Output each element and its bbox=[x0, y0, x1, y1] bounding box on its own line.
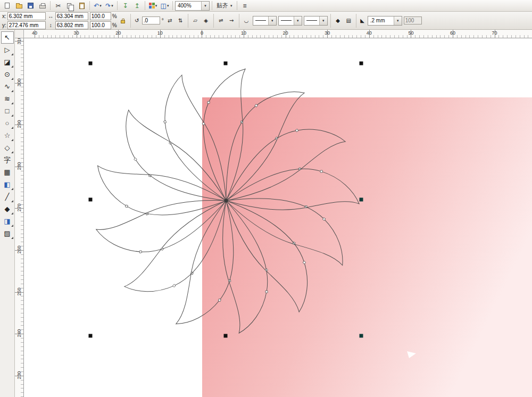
curve-node[interactable] bbox=[207, 101, 210, 103]
open-button[interactable] bbox=[13, 1, 24, 11]
freehand-tool[interactable]: ∿ bbox=[1, 80, 14, 93]
curve-node[interactable] bbox=[320, 170, 322, 172]
convert-to-curve-button[interactable]: ▱ bbox=[191, 16, 200, 25]
vertical-ruler[interactable]: 310300290280270260250240230 bbox=[15, 38, 24, 397]
object-height-input[interactable] bbox=[55, 21, 88, 29]
curve-node[interactable] bbox=[218, 299, 221, 301]
line-style-combo[interactable]: ▾ bbox=[278, 16, 302, 26]
zoom-tool-icon: ⊙ bbox=[4, 70, 10, 78]
copy-button[interactable] bbox=[64, 1, 76, 11]
arrowhead-start-caret-icon[interactable]: ▾ bbox=[268, 16, 276, 25]
lock-ratio-button[interactable] bbox=[119, 13, 128, 29]
mesh-fill-tool[interactable]: ▨ bbox=[1, 227, 14, 239]
arrowhead-start-combo[interactable]: ▾ bbox=[253, 16, 277, 26]
x-position-input[interactable] bbox=[7, 12, 46, 20]
mirror-horizontal-button[interactable]: ⇄ bbox=[165, 16, 174, 25]
ruler-corner[interactable] bbox=[15, 30, 24, 38]
zoom-level-combo[interactable]: 400% ▾ bbox=[175, 1, 210, 11]
save-button[interactable] bbox=[25, 1, 36, 11]
snap-to-button[interactable]: 贴齐 ▾ bbox=[214, 1, 235, 11]
selection-handle-bottom-left[interactable] bbox=[89, 334, 93, 338]
interactive-fill-tool[interactable]: ◨ bbox=[1, 215, 14, 227]
selection-handle-top-right[interactable] bbox=[360, 62, 363, 65]
eyedropper-tool[interactable]: ╱ bbox=[1, 191, 14, 203]
drawing-surface[interactable] bbox=[24, 38, 532, 397]
options-button[interactable]: ≡ bbox=[239, 1, 251, 11]
zoom-caret-icon[interactable]: ▾ bbox=[201, 2, 209, 10]
rectangle-tool[interactable]: □ bbox=[1, 105, 14, 117]
outline-width-combo[interactable]: .2 mm ▾ bbox=[368, 16, 402, 26]
polygon-tool[interactable]: ☆ bbox=[1, 129, 14, 142]
curve-node[interactable] bbox=[265, 291, 268, 293]
crop-tool[interactable]: ◪ bbox=[1, 56, 14, 68]
basic-shapes-tool[interactable]: ◇ bbox=[1, 142, 14, 154]
artistic-media-tool[interactable]: ≋ bbox=[1, 93, 14, 105]
undo-button[interactable]: ↶▾ bbox=[92, 1, 103, 11]
curve-node[interactable] bbox=[202, 122, 205, 125]
fill-tool[interactable]: ◧ bbox=[1, 178, 14, 191]
import-button[interactable]: ↧ bbox=[120, 1, 131, 11]
vruler-number: 230 bbox=[16, 371, 22, 379]
outline-dialog-button[interactable]: ◆ bbox=[334, 16, 343, 25]
scale-x-input[interactable] bbox=[90, 12, 111, 20]
outline-pen-tool[interactable]: ◆ bbox=[1, 203, 14, 215]
outline-dialog-icon: ◆ bbox=[336, 18, 340, 23]
welcome-screen-button[interactable]: ◫▾ bbox=[159, 1, 170, 11]
line-style-caret-icon[interactable]: ▾ bbox=[294, 16, 302, 25]
horizontal-ruler[interactable]: 40302010010203040506070 bbox=[24, 30, 532, 38]
redo-button[interactable]: ↷▾ bbox=[104, 1, 115, 11]
curve-node[interactable] bbox=[172, 284, 176, 287]
wrap-text-button[interactable]: ▤ bbox=[344, 16, 353, 25]
welcome-caret-icon: ▾ bbox=[167, 4, 169, 8]
eyedropper-tool-icon: ╱ bbox=[5, 193, 10, 201]
print-button[interactable] bbox=[37, 1, 48, 11]
flower-center-node[interactable] bbox=[225, 199, 228, 203]
selection-handle-bottom-right[interactable] bbox=[360, 334, 363, 338]
scale-y-input[interactable] bbox=[90, 21, 111, 29]
propbar-separator bbox=[239, 14, 239, 28]
curve-node[interactable] bbox=[164, 120, 167, 123]
object-width-input[interactable] bbox=[55, 12, 88, 20]
curve-node[interactable] bbox=[139, 251, 142, 253]
reverse-direction-button[interactable]: ⇌ bbox=[217, 16, 226, 25]
pick-tool[interactable]: ↖ bbox=[1, 31, 14, 44]
new-button[interactable] bbox=[2, 1, 13, 11]
hruler-number: 20 bbox=[115, 30, 121, 36]
y-position-input[interactable] bbox=[7, 21, 46, 29]
smooth-curve-button[interactable]: ⇝ bbox=[227, 16, 236, 25]
hruler-number: 30 bbox=[74, 30, 79, 36]
selection-handle-middle-left[interactable] bbox=[89, 198, 93, 202]
mirror-vertical-button[interactable]: ⇅ bbox=[176, 16, 185, 25]
arrowhead-end-combo[interactable]: ▾ bbox=[304, 16, 328, 26]
curve-node[interactable] bbox=[134, 158, 137, 161]
undo-caret-icon[interactable]: ▾ bbox=[99, 4, 102, 8]
percent-label: % bbox=[112, 13, 117, 19]
ellipse-tool[interactable]: ○ bbox=[1, 117, 14, 129]
launcher-caret-icon: ▾ bbox=[155, 4, 157, 8]
selection-handle-middle-right[interactable] bbox=[360, 198, 363, 202]
pink-rectangle[interactable] bbox=[202, 97, 532, 397]
export-button[interactable]: ↥ bbox=[131, 1, 143, 11]
object-width-icon: ↔ bbox=[47, 13, 54, 19]
selection-handle-top-center[interactable] bbox=[224, 62, 228, 65]
selection-handle-top-left[interactable] bbox=[89, 62, 93, 65]
arrowhead-end-caret-icon[interactable]: ▾ bbox=[319, 16, 327, 25]
table-tool[interactable]: ▦ bbox=[1, 166, 14, 178]
outline-width-caret-icon[interactable]: ▾ bbox=[394, 16, 402, 25]
application-launcher-button[interactable]: ▾ bbox=[147, 1, 159, 11]
rotation-angle-input[interactable] bbox=[142, 16, 160, 24]
selection-handle-bottom-center[interactable] bbox=[224, 334, 228, 338]
redo-caret-icon[interactable]: ▾ bbox=[111, 4, 113, 8]
export-icon: ↥ bbox=[134, 2, 139, 10]
close-curve-button[interactable]: ◡ bbox=[242, 16, 251, 25]
transparency-input[interactable] bbox=[404, 16, 422, 24]
drawing-canvas[interactable] bbox=[24, 38, 532, 397]
paste-button[interactable] bbox=[76, 1, 87, 11]
combine-button[interactable]: ◈ bbox=[202, 16, 211, 25]
shape-tool[interactable]: ▷ bbox=[1, 44, 14, 56]
zoom-tool[interactable]: ⊙ bbox=[1, 68, 14, 80]
curve-node[interactable] bbox=[126, 205, 128, 208]
text-tool[interactable]: 字 bbox=[1, 154, 14, 166]
vruler-number: 260 bbox=[16, 246, 22, 254]
cut-button[interactable]: ✂ bbox=[53, 1, 64, 11]
